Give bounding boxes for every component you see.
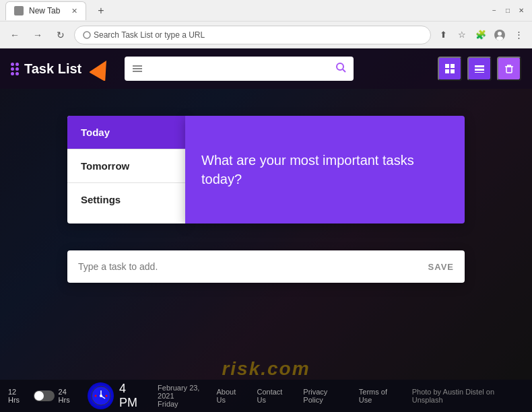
profile-icon[interactable] (492, 27, 508, 43)
svg-rect-6 (133, 65, 142, 67)
svg-point-9 (337, 63, 343, 70)
svg-rect-17 (475, 72, 484, 73)
bottom-bar: 12 Hrs 24 Hrs 4 PM February 23, 2021 (0, 380, 532, 412)
time-format-toggle[interactable] (34, 390, 55, 401)
time-toggle: 12 Hrs 24 Hrs (0, 388, 88, 404)
svg-rect-16 (475, 69, 484, 71)
day-display: Friday (152, 400, 216, 408)
svg-rect-8 (133, 71, 142, 72)
svg-rect-18 (506, 67, 512, 73)
contact-link[interactable]: Contact Us (257, 388, 292, 404)
toggle-knob (34, 391, 44, 401)
svg-rect-14 (451, 69, 455, 73)
logo-dot (11, 63, 14, 66)
svg-point-1 (84, 32, 90, 38)
address-bar[interactable]: Search Task List or type a URL (74, 26, 431, 44)
app-content: Task List (0, 48, 532, 412)
task-input[interactable] (78, 261, 428, 272)
logo-dot (11, 67, 14, 71)
clock-icon (90, 385, 112, 407)
logo-dot (15, 63, 19, 66)
minimize-button[interactable]: − (489, 5, 500, 16)
clock-badge (88, 382, 114, 409)
back-button[interactable]: ← (5, 26, 24, 44)
arrow-indicator-icon (90, 57, 114, 81)
lock-icon (83, 31, 91, 39)
privacy-link[interactable]: Privacy Policy (303, 388, 347, 404)
title-bar: New Tab ✕ + − □ ✕ (0, 0, 532, 22)
date-display: February 23, 2021 (152, 384, 216, 400)
search-input[interactable] (149, 64, 329, 74)
tab-close-button[interactable]: ✕ (71, 7, 77, 15)
svg-point-28 (105, 395, 107, 397)
list-view-icon (131, 63, 143, 75)
forward-button[interactable]: → (28, 26, 47, 44)
svg-marker-5 (90, 57, 114, 81)
svg-line-10 (343, 69, 345, 72)
nav-icons: ⬆ ☆ 🧩 ⋮ (435, 27, 527, 43)
new-tab-button[interactable]: + (92, 1, 110, 20)
logo-dot (15, 72, 19, 75)
svg-point-27 (94, 395, 96, 397)
today-label: Today (81, 127, 110, 138)
bottom-links: About Us Contact Us Privacy Policy Terms… (217, 388, 532, 404)
refresh-button[interactable]: ↻ (51, 26, 70, 44)
time-display: 4 PM (114, 382, 147, 410)
task-prompt: What are your most important tasks today… (201, 151, 448, 188)
close-button[interactable]: ✕ (516, 5, 527, 16)
svg-rect-7 (133, 68, 142, 69)
sidebar-item-today[interactable]: Today (67, 116, 185, 149)
tab-favicon-icon (14, 6, 24, 15)
logo-dot (15, 67, 19, 71)
menu-icon[interactable]: ⋮ (510, 27, 527, 43)
window-controls: − □ ✕ (489, 5, 527, 16)
svg-rect-12 (451, 64, 455, 68)
photo-credit: Photo by Austin Distel on Unsplash (412, 388, 524, 404)
add-task-bar: SAVE (67, 250, 465, 283)
bookmark-icon[interactable]: ☆ (454, 27, 470, 43)
browser-tab[interactable]: New Tab ✕ (5, 1, 86, 20)
app-title: Task List (24, 61, 81, 77)
sidebar-item-settings[interactable]: Settings (67, 183, 185, 216)
browser-frame: New Tab ✕ + − □ ✕ ← → ↻ Search Task List… (0, 0, 532, 412)
svg-rect-0 (14, 6, 24, 15)
delete-button[interactable] (497, 57, 521, 81)
svg-point-3 (498, 32, 502, 36)
layout-button[interactable] (467, 57, 492, 81)
search-bar[interactable] (125, 57, 354, 81)
sidebar-menu: Today Tomorrow Settings (67, 116, 185, 224)
share-icon[interactable]: ⬆ (435, 27, 451, 43)
main-content: Today Tomorrow Settings What are your mo… (0, 89, 532, 250)
12hr-label: 12 Hrs (8, 388, 30, 404)
extensions-icon[interactable]: 🧩 (473, 27, 489, 43)
svg-rect-15 (475, 65, 484, 67)
terms-link[interactable]: Terms of Use (359, 388, 401, 404)
svg-rect-13 (445, 69, 449, 73)
sidebar-item-tomorrow[interactable]: Tomorrow (67, 149, 185, 183)
task-panel: What are your most important tasks today… (185, 116, 465, 224)
tomorrow-label: Tomorrow (81, 160, 129, 172)
logo-dot (11, 72, 14, 75)
address-text: Search Task List or type a URL (94, 30, 422, 40)
24hr-label: 24 Hrs (59, 388, 80, 404)
logo-icon (11, 63, 19, 75)
svg-rect-11 (445, 64, 449, 68)
about-link[interactable]: About Us (217, 388, 246, 404)
tab-label: New Tab (29, 6, 60, 15)
settings-label: Settings (81, 194, 121, 205)
app-logo: Task List (11, 57, 114, 81)
app-header: Task List (0, 48, 532, 89)
header-actions (438, 57, 521, 81)
save-button[interactable]: SAVE (428, 262, 454, 272)
search-button[interactable] (335, 61, 347, 77)
nav-bar: ← → ↻ Search Task List or type a URL ⬆ ☆… (0, 22, 532, 48)
svg-point-4 (496, 36, 503, 40)
maximize-button[interactable]: □ (502, 5, 513, 16)
grid-view-button[interactable] (438, 57, 462, 81)
